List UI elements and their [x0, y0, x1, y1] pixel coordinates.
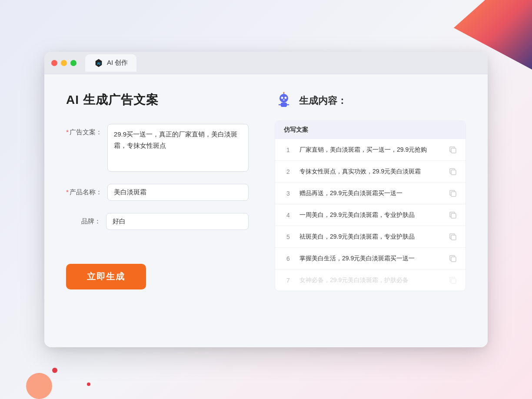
copy-icon[interactable]: [449, 276, 457, 284]
copy-icon[interactable]: [449, 146, 457, 154]
title-bar: AI AI 创作: [44, 52, 488, 74]
row-text: 祛斑美白，29.9元美白淡斑霜，专业护肤品: [299, 232, 442, 241]
row-number: 4: [284, 212, 293, 219]
table-header: 仿写文案: [275, 121, 466, 139]
ad-copy-label: *广告文案：: [66, 124, 102, 136]
svg-rect-17: [451, 279, 456, 283]
ai-tab-icon: AI: [94, 58, 103, 68]
svg-rect-15: [451, 235, 456, 240]
ad-copy-group: *广告文案：: [66, 124, 249, 172]
right-panel: 生成内容： 仿写文案 1 厂家直销，美白淡斑霜，买一送一，29.9元抢购: [275, 92, 466, 330]
svg-rect-14: [451, 213, 456, 218]
copy-icon[interactable]: [449, 233, 457, 241]
row-text: 一周美白，29.9元美白淡斑霜，专业护肤品: [299, 210, 442, 219]
svg-rect-13: [451, 192, 456, 196]
traffic-lights: [51, 60, 76, 66]
table-row: 6 掌握美白生活，29.9元美白淡斑霜买一送一: [275, 248, 466, 269]
copy-icon[interactable]: [449, 168, 457, 176]
brand-group: 品牌：: [66, 213, 249, 230]
main-content: AI 生成广告文案 *广告文案： *产品名称： 品牌： 立: [44, 74, 488, 347]
svg-point-2: [279, 94, 288, 103]
copy-icon[interactable]: [449, 190, 457, 197]
generate-button[interactable]: 立即生成: [66, 264, 146, 289]
left-panel: AI 生成广告文案 *广告文案： *产品名称： 品牌： 立: [66, 92, 249, 330]
tab-title: AI 创作: [107, 59, 128, 67]
svg-point-4: [281, 97, 283, 99]
table-row: 3 赠品再送，29.9元美白淡斑霜买一送一: [275, 183, 466, 204]
table-row: 2 专抹女性斑点，真实功效，29.9元美白淡斑霜: [275, 161, 466, 183]
svg-rect-11: [451, 148, 456, 153]
svg-point-8: [283, 92, 285, 93]
row-number: 6: [284, 255, 293, 262]
right-panel-title: 生成内容：: [299, 94, 347, 107]
product-name-input[interactable]: [107, 184, 249, 201]
svg-rect-16: [451, 257, 456, 262]
row-text: 掌握美白生活，29.9元美白淡斑霜买一送一: [299, 254, 442, 263]
product-name-required: *: [66, 188, 69, 196]
svg-text:AI: AI: [97, 61, 100, 65]
row-text: 专抹女性斑点，真实功效，29.9元美白淡斑霜: [299, 167, 442, 176]
column-label: 仿写文案: [284, 126, 308, 133]
minimize-button[interactable]: [61, 60, 67, 66]
bg-decoration-bottom-left: [26, 373, 52, 399]
svg-point-5: [285, 97, 287, 99]
bg-dot-red: [52, 368, 57, 373]
copy-icon[interactable]: [449, 211, 457, 219]
close-button[interactable]: [51, 60, 57, 66]
ad-copy-input[interactable]: [107, 124, 249, 172]
table-row: 7 女神必备，29.9元美白淡斑霜，护肤必备: [275, 269, 466, 291]
maximize-button[interactable]: [70, 60, 76, 66]
table-row: 1 厂家直销，美白淡斑霜，买一送一，29.9元抢购: [275, 139, 466, 161]
brand-label: 品牌：: [66, 213, 101, 226]
results-table: 仿写文案 1 厂家直销，美白淡斑霜，买一送一，29.9元抢购 2 专抹女性斑点，…: [275, 120, 466, 291]
page-title: AI 生成广告文案: [66, 92, 249, 108]
browser-window: AI AI 创作 AI 生成广告文案 *广告文案： *产品名称：: [44, 52, 488, 347]
row-text: 女神必备，29.9元美白淡斑霜，护肤必备: [299, 276, 442, 285]
ad-copy-required: *: [66, 128, 69, 136]
row-text: 厂家直销，美白淡斑霜，买一送一，29.9元抢购: [299, 145, 442, 154]
table-row: 5 祛斑美白，29.9元美白淡斑霜，专业护肤品: [275, 226, 466, 248]
brand-input[interactable]: [106, 213, 249, 230]
product-name-label: *产品名称：: [66, 184, 102, 196]
row-number: 2: [284, 168, 293, 175]
svg-rect-12: [451, 170, 456, 175]
row-number: 3: [284, 190, 293, 197]
row-text: 赠品再送，29.9元美白淡斑霜买一送一: [299, 189, 442, 198]
svg-rect-6: [283, 100, 285, 100]
svg-rect-3: [281, 103, 287, 107]
table-row: 4 一周美白，29.9元美白淡斑霜，专业护肤品: [275, 204, 466, 226]
row-number: 5: [284, 233, 293, 240]
product-name-group: *产品名称：: [66, 184, 249, 201]
browser-tab[interactable]: AI AI 创作: [85, 54, 136, 72]
copy-icon[interactable]: [449, 255, 457, 263]
bg-dot-red2: [87, 382, 90, 386]
row-number: 1: [284, 146, 293, 153]
robot-icon: [275, 92, 293, 110]
right-header: 生成内容：: [275, 92, 466, 110]
row-number: 7: [284, 277, 293, 284]
